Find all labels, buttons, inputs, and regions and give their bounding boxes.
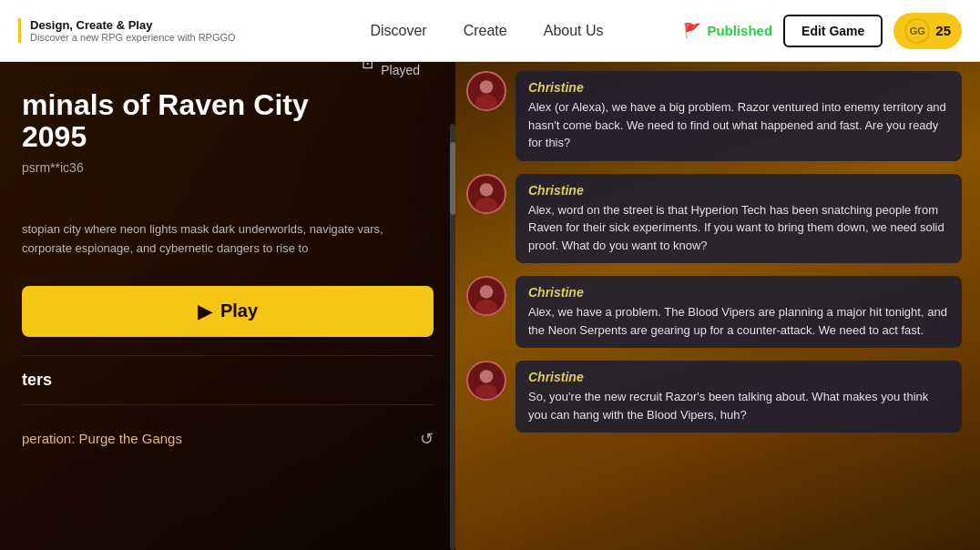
chat-overlay[interactable]: Christine Alex (or Alexa), we have a big… [455, 62, 980, 550]
avatar-image-2 [468, 174, 505, 214]
game-description: stopian city where neon lights mask dark… [22, 220, 434, 259]
nav-discover[interactable]: Discover [370, 23, 426, 39]
main-nav: Discover Create About Us [291, 23, 684, 39]
chat-bubble-2: Christine Alex, word on the street is th… [516, 174, 962, 264]
chat-text-1: Alex (or Alexa), we have a big problem. … [528, 98, 949, 152]
chat-text-3: Alex, we have a problem. The Blood Viper… [528, 303, 949, 339]
avatar-image-3 [468, 276, 505, 316]
characters-section-title: ters [22, 371, 434, 390]
avatar-image-4 [468, 361, 505, 401]
chat-message-1: Christine Alex (or Alexa), we have a big… [466, 71, 969, 161]
coins-badge: GG 25 [893, 13, 962, 49]
nav-create[interactable]: Create [464, 23, 507, 39]
brand: Design, Create & Play Discover a new RPG… [18, 18, 236, 43]
avatar-1 [466, 71, 506, 111]
game-author: psrm**ic36 [22, 160, 434, 175]
chat-name-3: Christine [528, 285, 949, 300]
play-button[interactable]: ▶ Play [22, 286, 434, 337]
chat-name-4: Christine [528, 370, 949, 384]
left-content: minals of Raven City 2095 ⊡ 21 Played ps… [0, 62, 455, 550]
brand-title: Design, Create & Play [30, 18, 236, 32]
header-actions: 🚩 Published Edit Game GG 25 [683, 13, 962, 49]
monitor-icon: ⊡ [362, 62, 373, 72]
chat-message-4: Christine So, you're the new recruit Raz… [466, 361, 969, 433]
main-content: minals of Raven City 2095 ⊡ 21 Played ps… [0, 62, 980, 550]
chapter-name: peration: Purge the Gangs [22, 431, 420, 446]
svg-point-11 [475, 384, 497, 401]
chat-message-3: Christine Alex, we have a problem. The B… [466, 276, 969, 348]
avatar-2 [466, 174, 506, 214]
game-title: minals of Raven City 2095 [22, 89, 362, 153]
header: Design, Create & Play Discover a new RPG… [0, 0, 980, 62]
chat-text-4: So, you're the new recruit Razor's been … [528, 388, 949, 423]
chapter-item: peration: Purge the Gangs ↺ [22, 420, 434, 458]
svg-point-2 [475, 95, 497, 111]
chat-message-2: Christine Alex, word on the street is th… [466, 174, 969, 264]
left-panel: minals of Raven City 2095 ⊡ 21 Played ps… [0, 62, 455, 550]
play-count: 21 Played [381, 62, 434, 77]
chat-bubble-4: Christine So, you're the new recruit Raz… [516, 361, 962, 433]
game-stats: ⊡ 21 Played [362, 62, 434, 77]
avatar-4 [466, 361, 506, 401]
svg-point-4 [480, 183, 494, 197]
svg-point-8 [475, 300, 497, 316]
svg-point-10 [480, 370, 494, 383]
chat-bubble-1: Christine Alex (or Alexa), we have a big… [516, 71, 962, 161]
chat-name-1: Christine [528, 80, 949, 95]
coins-value: 25 [935, 23, 951, 38]
chat-name-2: Christine [528, 183, 949, 198]
avatar-3 [466, 276, 506, 316]
coins-icon: GG [904, 18, 930, 44]
play-icon: ▶ [198, 300, 211, 322]
divider-2 [22, 404, 434, 405]
divider [22, 355, 434, 356]
avatar-image-1 [468, 71, 505, 111]
chat-text-2: Alex, word on the street is that Hyperio… [528, 201, 949, 255]
play-label: Play [220, 300, 258, 321]
nav-about[interactable]: About Us [544, 23, 604, 39]
published-icon: 🚩 [683, 22, 701, 39]
reset-icon[interactable]: ↺ [420, 429, 434, 449]
chat-bubble-3: Christine Alex, we have a problem. The B… [516, 276, 962, 348]
published-button[interactable]: 🚩 Published [683, 22, 772, 39]
brand-subtitle: Discover a new RPG experience with RPGGO [30, 32, 236, 43]
svg-point-5 [475, 197, 497, 213]
svg-point-1 [480, 80, 494, 94]
right-panel: Christine Alex (or Alexa), we have a big… [455, 62, 980, 550]
svg-point-7 [480, 285, 494, 299]
edit-game-button[interactable]: Edit Game [783, 15, 883, 47]
published-label: Published [707, 23, 772, 38]
